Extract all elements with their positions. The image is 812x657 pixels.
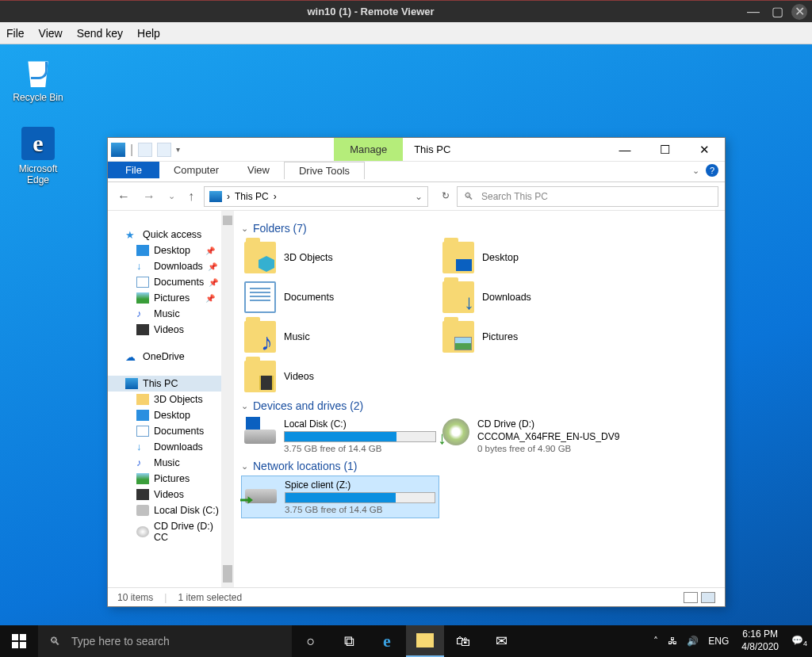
qat-new-folder-button[interactable]	[157, 143, 171, 157]
videos-icon	[136, 489, 149, 500]
help-icon[interactable]: ?	[706, 164, 718, 177]
tray-volume-icon[interactable]: 🔊	[682, 636, 703, 647]
qat-pc-icon[interactable]	[111, 143, 125, 157]
folder-pictures[interactable]: Pictures	[439, 317, 638, 357]
taskbar-store-button[interactable]: 🛍	[444, 625, 482, 657]
close-button[interactable]: ✕	[791, 4, 807, 20]
taskbar-search-input[interactable]: 🔍︎Type here to search	[38, 625, 292, 657]
drive-local-disk-c[interactable]: Local Disk (C:) 3.75 GB free of 14.4 GB	[241, 415, 439, 456]
nav-pc-localdisk[interactable]: Local Disk (C:)	[108, 502, 234, 518]
content-pane[interactable]: ⌄Folders (7) 3D Objects Desktop Document…	[235, 211, 725, 587]
folder-icon	[244, 361, 276, 392]
nav-qa-desktop[interactable]: Desktop📌	[108, 243, 234, 258]
chevron-down-icon: ⌄	[241, 461, 248, 472]
search-input[interactable]: 🔍︎ Search This PC	[457, 186, 718, 207]
nav-pc-cddrive[interactable]: CD Drive (D:) CC	[108, 518, 234, 545]
refresh-button[interactable]: ↻	[442, 190, 450, 201]
taskbar: 🔍︎Type here to search ○ ⧉ e 🛍 ✉ ˄ 🖧 🔊 EN…	[0, 625, 812, 657]
menu-help[interactable]: Help	[137, 27, 160, 40]
remote-viewer-menubar: File View Send key Help	[0, 22, 812, 44]
explorer-close-button[interactable]: ✕	[693, 143, 715, 157]
taskbar-explorer-button[interactable]	[406, 625, 444, 657]
drive-cd-d[interactable]: CD Drive (D:) CCCOMA_X64FRE_EN-US_DV9 0 …	[439, 415, 638, 456]
explorer-maximize-button[interactable]: ☐	[653, 143, 676, 157]
nav-scrollbar[interactable]	[221, 211, 234, 587]
qat-properties-button[interactable]	[138, 143, 152, 157]
documents-icon	[136, 426, 149, 437]
cd-icon	[136, 526, 149, 537]
folder-icon	[136, 394, 149, 405]
windows-desktop[interactable]: Recycle Bin e Microsoft Edge | ▾ Manage …	[0, 44, 812, 625]
nav-back-button[interactable]: ←	[114, 189, 133, 204]
folder-3d-objects[interactable]: 3D Objects	[241, 238, 439, 277]
tray-network-icon[interactable]: 🖧	[663, 636, 682, 647]
nav-qa-pictures[interactable]: Pictures📌	[108, 290, 234, 306]
menu-view[interactable]: View	[39, 27, 63, 40]
remote-viewer-titlebar: win10 (1) - Remote Viewer — ▢ ✕	[0, 0, 812, 22]
nav-pc-videos[interactable]: Videos	[108, 487, 234, 502]
status-bar: 10 items | 1 item selected	[108, 587, 725, 606]
section-drives[interactable]: ⌄Devices and drives (2)	[241, 396, 710, 415]
nav-pc-documents[interactable]: Documents	[108, 423, 234, 439]
address-dropdown-icon[interactable]: ⌄	[415, 191, 423, 202]
ribbon-tab-computer[interactable]: Computer	[159, 162, 233, 178]
windows-icon	[12, 634, 26, 648]
tray-overflow-button[interactable]: ˄	[649, 636, 663, 647]
start-button[interactable]	[0, 625, 38, 657]
taskbar-edge-button[interactable]: e	[368, 625, 406, 657]
navigation-pane: ★Quick access Desktop📌 ↓Downloads📌 Docum…	[108, 211, 235, 587]
ribbon-tab-view[interactable]: View	[233, 162, 284, 178]
taskbar-taskview-button[interactable]: ⧉	[330, 625, 368, 657]
explorer-titlebar[interactable]: | ▾ Manage This PC — ☐ ✕	[108, 138, 725, 162]
view-details-button[interactable]	[684, 592, 698, 603]
folder-downloads[interactable]: Downloads	[439, 277, 638, 317]
nav-pc-3dobjects[interactable]: 3D Objects	[108, 392, 234, 407]
search-icon: 🔍︎	[464, 191, 473, 202]
ribbon-tab-file[interactable]: File	[108, 162, 159, 178]
pictures-icon	[136, 292, 149, 304]
nav-pc-desktop[interactable]: Desktop	[108, 407, 234, 423]
nav-onedrive[interactable]: ☁OneDrive	[108, 349, 234, 365]
minimize-button[interactable]: —	[744, 2, 763, 21]
explorer-minimize-button[interactable]: —	[614, 143, 636, 157]
desktop-icon-edge[interactable]: e Microsoft Edge	[6, 127, 70, 185]
folder-documents[interactable]: Documents	[241, 277, 439, 317]
tray-clock[interactable]: 6:16 PM 4/8/2020	[733, 628, 787, 653]
nav-pc-downloads[interactable]: ↓Downloads	[108, 439, 234, 455]
nav-pc-pictures[interactable]: Pictures	[108, 471, 234, 487]
documents-icon	[136, 277, 149, 288]
folder-icon	[442, 321, 474, 353]
nav-qa-music[interactable]: ♪Music	[108, 306, 234, 322]
chevron-down-icon: ⌄	[241, 401, 248, 411]
section-folders[interactable]: ⌄Folders (7)	[241, 219, 710, 238]
breadcrumb-this-pc[interactable]: This PC	[235, 191, 269, 202]
view-tiles-button[interactable]	[701, 592, 715, 603]
nav-up-button[interactable]: ↑	[185, 189, 197, 204]
context-tab-manage[interactable]: Manage	[334, 138, 403, 161]
tray-notifications-button[interactable]: 💬4	[787, 635, 812, 647]
ribbon-tab-drive-tools[interactable]: Drive Tools	[284, 162, 365, 179]
address-bar-row: ← → ⌄ ↑ › This PC › ⌄ ↻ 🔍︎ Search This P…	[108, 182, 725, 211]
tray-language[interactable]: ENG	[703, 636, 733, 647]
maximize-button[interactable]: ▢	[768, 2, 787, 21]
section-network[interactable]: ⌄Network locations (1)	[241, 456, 710, 476]
folder-videos[interactable]: Videos	[241, 357, 439, 396]
nav-pc-music[interactable]: ♪Music	[108, 455, 234, 471]
folder-desktop[interactable]: Desktop	[439, 238, 638, 277]
drive-spice-client-z[interactable]: Spice client (Z:) 3.75 GB free of 14.4 G…	[241, 476, 439, 518]
menu-file[interactable]: File	[6, 27, 25, 40]
nav-recent-button[interactable]: ⌄	[165, 191, 178, 201]
desktop-icon-recycle-bin[interactable]: Recycle Bin	[6, 55, 70, 103]
nav-quick-access[interactable]: ★Quick access	[108, 227, 234, 243]
nav-qa-downloads[interactable]: ↓Downloads📌	[108, 258, 234, 274]
address-bar[interactable]: › This PC › ⌄ ↻	[204, 186, 428, 207]
folder-music[interactable]: Music	[241, 317, 439, 357]
menu-sendkey[interactable]: Send key	[77, 27, 123, 40]
nav-qa-documents[interactable]: Documents📌	[108, 274, 234, 290]
nav-qa-videos[interactable]: Videos	[108, 322, 234, 338]
taskbar-cortana-button[interactable]: ○	[292, 625, 330, 657]
nav-forward-button[interactable]: →	[140, 189, 159, 204]
taskbar-mail-button[interactable]: ✉	[482, 625, 520, 657]
nav-this-pc[interactable]: This PC	[108, 376, 234, 392]
ribbon-expand-icon[interactable]: ⌄	[692, 166, 699, 176]
